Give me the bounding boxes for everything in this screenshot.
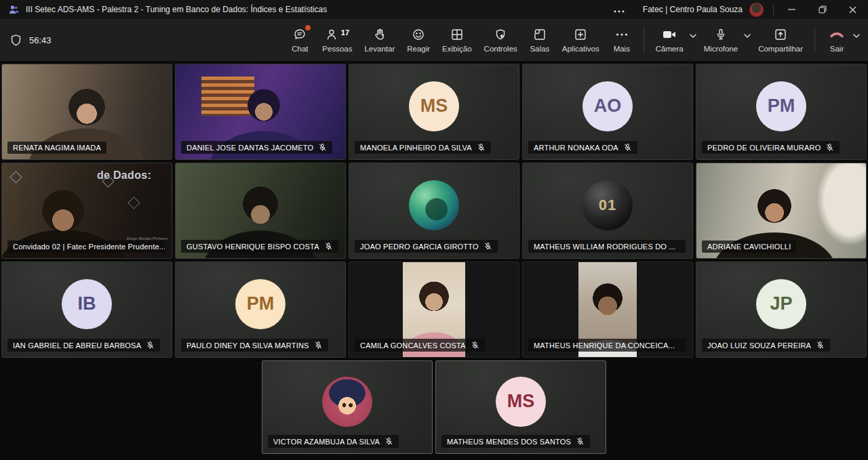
camera-icon [662, 27, 677, 41]
mic-muted-icon [146, 341, 155, 350]
microphone-icon [714, 27, 728, 41]
initials-avatar: PM [235, 279, 285, 329]
participant-tile[interactable]: JP JOAO LUIZ SOUZA PEREIRA [696, 262, 867, 358]
titlebar-divider [773, 4, 774, 15]
participant-tile[interactable]: ADRIANE CAVICHIOLLI [696, 163, 867, 259]
initials-avatar: AO [583, 81, 633, 131]
minimize-button[interactable] [776, 0, 807, 19]
participant-name: RENATA NAGIMA IMADA [13, 144, 101, 152]
chat-button[interactable]: Chat [283, 24, 316, 56]
apps-plus-icon [574, 27, 587, 41]
microphone-chevron-icon[interactable] [744, 28, 751, 41]
raise-hand-icon [373, 27, 387, 41]
camera-button[interactable]: Câmera [650, 24, 690, 56]
participant-name: IAN GABRIEL DE ABREU BARBOSA [13, 341, 141, 350]
chat-notification-dot [305, 25, 311, 30]
mic-muted-icon [324, 242, 333, 251]
mic-muted-icon [477, 143, 486, 152]
participant-tile[interactable]: VICTOR AZAMBUJA DA SILVA [262, 360, 433, 454]
picture-avatar [322, 377, 372, 427]
camera-chevron-icon[interactable] [690, 28, 696, 41]
participant-name: PEDRO DE OLIVEIRA MURARO [707, 144, 821, 152]
grid-row-4: VICTOR AZAMBUJA DA SILVA MS MATHEUS MEND… [0, 360, 868, 454]
participant-tile[interactable]: de Dados: Diego Meidas Pinheiro Convidad… [1, 163, 172, 259]
rooms-button[interactable]: Salas [524, 24, 556, 56]
grid-row-1: RENATA NAGIMA IMADA DANIEL JOSE DANTAS J… [0, 64, 868, 160]
mic-muted-icon [314, 341, 323, 350]
participant-name: ADRIANE CAVICHIOLLI [707, 243, 791, 251]
participant-name: ARTHUR NONAKA ODA [534, 144, 618, 152]
hang-up-icon [829, 27, 845, 41]
initials-avatar: MS [496, 377, 546, 427]
react-button[interactable]: Reagir [401, 24, 436, 56]
toolbar-buttons: Chat 17 Pessoas Levantar [283, 24, 861, 56]
participant-tile[interactable]: PM PEDRO DE OLIVEIRA MURARO [696, 64, 867, 160]
apps-button[interactable]: Aplicativos [556, 24, 606, 56]
share-screen-icon [774, 27, 787, 41]
participant-name: JOAO PEDRO GARCIA GIROTTO [360, 243, 479, 251]
mic-muted-icon [484, 242, 492, 251]
account-avatar[interactable] [749, 3, 764, 17]
meeting-title: III Setec ADS-AMS - Palestra 2 - Tuning … [26, 5, 327, 14]
leave-button[interactable]: Sair [821, 24, 853, 56]
participant-name: Convidado 02 | Fatec Presidente Prudente… [13, 243, 165, 251]
titlebar-more-icon[interactable] [608, 3, 631, 16]
initials-avatar: PM [756, 81, 806, 131]
initials-avatar: MS [409, 81, 459, 131]
participant-name: VICTOR AZAMBUJA DA SILVA [273, 438, 380, 446]
toolbar-separator [644, 27, 644, 53]
participant-tile[interactable]: MS MATHEUS MENDES DOS SANTOS [435, 360, 606, 454]
people-icon: 17 [326, 27, 349, 41]
participant-name: MATHEUS WILLIAM RODRIGUES DO ... [534, 243, 675, 251]
controls-button[interactable]: Controles [478, 24, 524, 56]
more-dots-icon [616, 27, 628, 41]
microphone-button[interactable]: Microfone [698, 24, 745, 56]
participant-name: CAMILA GONCALVES COSTA [360, 341, 466, 350]
participant-tile[interactable]: DANIEL JOSE DANTAS JACOMETO [175, 64, 346, 160]
participant-name: MANOELA PINHEIRO DA SILVA [360, 144, 472, 152]
mic-muted-icon [816, 341, 825, 350]
leave-chevron-icon[interactable] [853, 28, 860, 41]
participant-tile[interactable]: 01 MATHEUS WILLIAM RODRIGUES DO ... [522, 163, 693, 259]
toolbar-separator [814, 27, 815, 53]
window-titlebar: III Setec ADS-AMS - Palestra 2 - Tuning … [0, 0, 868, 19]
breakout-rooms-icon [533, 27, 547, 41]
raise-hand-button[interactable]: Levantar [358, 24, 401, 56]
participant-name: PAULO DINEY DA SILVA MARTINS [186, 341, 309, 350]
participant-name: MATHEUS MENDES DOS SANTOS [447, 438, 571, 446]
picture-avatar: 01 [583, 180, 633, 230]
grid-row-2: de Dados: Diego Meidas Pinheiro Convidad… [0, 163, 868, 259]
view-button[interactable]: Exibição [436, 24, 477, 56]
mic-muted-icon [471, 341, 479, 350]
chat-icon [293, 27, 307, 41]
mic-muted-icon [825, 143, 834, 152]
meeting-toolbar: 56:43 Chat 17 Pessoas [0, 19, 868, 61]
meeting-timer-wrap: 56:43 [9, 34, 52, 47]
smiley-icon [412, 27, 425, 41]
grid-view-icon [450, 27, 464, 41]
participant-tile[interactable]: MATHEUS HENRIQUE DA CONCEICA... [522, 262, 693, 358]
participant-tile[interactable]: MS MANOELA PINHEIRO DA SILVA [349, 64, 519, 160]
people-button[interactable]: 17 Pessoas [316, 24, 358, 56]
close-button[interactable] [837, 0, 868, 19]
participant-name: DANIEL JOSE DANTAS JACOMETO [186, 144, 313, 152]
participant-tile[interactable]: IB IAN GABRIEL DE ABREU BARBOSA [1, 262, 172, 358]
participant-name: JOAO LUIZ SOUZA PEREIRA [707, 341, 811, 350]
participant-tile[interactable]: JOAO PEDRO GARCIA GIROTTO [349, 163, 519, 259]
mic-muted-icon [576, 437, 585, 446]
participant-tile[interactable]: GUSTAVO HENRIQUE BISPO COSTA [175, 163, 346, 259]
share-button[interactable]: Compartilhar [752, 24, 809, 56]
meeting-timer: 56:43 [29, 35, 52, 45]
participant-tile[interactable]: PM PAULO DINEY DA SILVA MARTINS [175, 262, 346, 358]
initials-avatar: IB [62, 279, 112, 329]
more-button[interactable]: Mais [606, 24, 638, 56]
participant-tile[interactable]: RENATA NAGIMA IMADA [1, 64, 172, 160]
grid-row-3: IB IAN GABRIEL DE ABREU BARBOSA PM PAULO… [0, 262, 868, 358]
account-name[interactable]: Fatec | Centro Paula Souza [643, 5, 743, 14]
video-grid: RENATA NAGIMA IMADA DANIEL JOSE DANTAS J… [0, 61, 868, 460]
participant-tile[interactable]: CAMILA GONCALVES COSTA [349, 262, 519, 358]
participant-tile[interactable]: AO ARTHUR NONAKA ODA [522, 64, 693, 160]
mic-muted-icon [318, 143, 327, 152]
shield-icon [9, 34, 22, 47]
restore-button[interactable] [807, 0, 837, 19]
